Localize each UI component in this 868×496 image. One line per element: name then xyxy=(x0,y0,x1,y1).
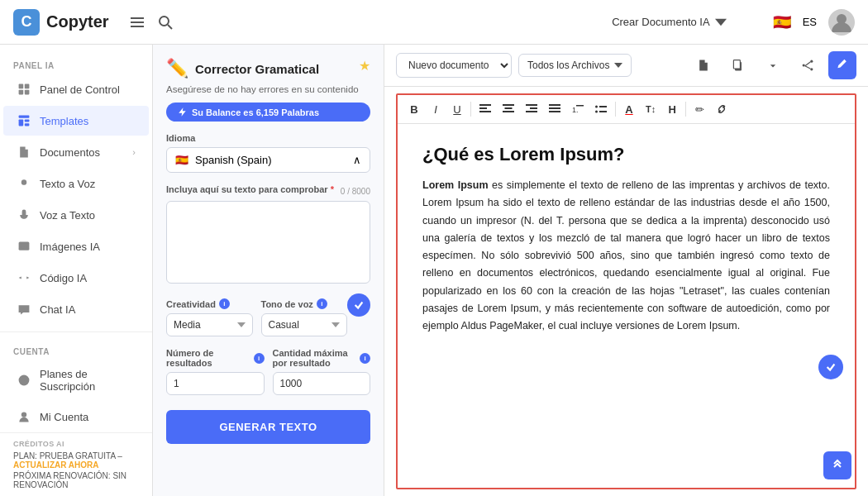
svg-rect-0 xyxy=(131,17,144,19)
credits-plan-text: PLAN: PRUEBA GRATUITA – ACTUALIZAR AHORA xyxy=(13,451,139,470)
svg-rect-35 xyxy=(503,104,514,106)
document-title-select[interactable]: Nuevo documento xyxy=(396,53,512,78)
svg-point-48 xyxy=(595,111,598,113)
link-icon xyxy=(716,103,727,115)
link-button[interactable] xyxy=(711,99,732,119)
svg-rect-10 xyxy=(19,84,24,89)
upgrade-link[interactable]: ACTUALIZAR AHORA xyxy=(13,460,99,470)
scroll-top-container xyxy=(823,451,851,479)
balance-text: Su Balance es 6,159 Palabras xyxy=(192,107,319,117)
logo-box: C xyxy=(13,9,40,36)
svg-rect-49 xyxy=(599,111,607,112)
idioma-label: Idioma xyxy=(166,133,370,143)
cantidad-label: Cantidad máxima por resultado i xyxy=(273,348,371,368)
texto-label: Incluya aquí su texto para comprobar * xyxy=(166,184,334,194)
sidebar-item-templates[interactable]: Templates xyxy=(3,106,149,136)
doc-icon-btn-4[interactable] xyxy=(794,51,822,79)
sidebar-label-voz-texto: Voz a Texto xyxy=(40,209,136,222)
align-center-button[interactable] xyxy=(498,99,519,119)
ordered-list-button[interactable]: 1. xyxy=(567,99,589,119)
svg-rect-33 xyxy=(479,107,487,109)
edit-icon-btn[interactable] xyxy=(828,51,856,79)
svg-line-30 xyxy=(805,62,810,66)
chevrons-up-icon xyxy=(831,459,844,472)
sidebar-item-chat[interactable]: Chat IA xyxy=(3,294,149,324)
hamburger-button[interactable] xyxy=(129,14,145,31)
creatividad-select[interactable]: Media Baja Alta xyxy=(166,313,253,336)
main-layout: PANEL IA Panel de Control Templates Docu… xyxy=(0,45,868,496)
editor-panel: Nuevo documento Todos los Archivos xyxy=(384,45,868,496)
italic-button[interactable]: I xyxy=(426,99,446,119)
audio-icon xyxy=(17,176,31,191)
align-justify-button[interactable] xyxy=(544,99,565,119)
textarea-header: Incluya aquí su texto para comprobar * 0… xyxy=(166,184,370,198)
editor-heading: ¿Qué es Lorem Ipsum? xyxy=(422,144,830,165)
sidebar-item-micuenta[interactable]: Mi Cuenta xyxy=(3,402,149,432)
svg-rect-20 xyxy=(19,241,30,250)
unordered-list-button[interactable] xyxy=(590,99,612,119)
chevron-down-icon xyxy=(715,17,727,28)
format-divider-2 xyxy=(615,102,616,117)
bold-button[interactable]: B xyxy=(404,99,424,119)
svg-rect-43 xyxy=(549,111,560,112)
scroll-top-button[interactable] xyxy=(823,451,851,479)
editor-body-text: Lorem Ipsum es simplemente el texto de r… xyxy=(422,177,830,335)
crear-documento-button[interactable]: Crear Documento IA xyxy=(612,16,727,28)
topnav-right: Crear Documento IA 🇪🇸 ES xyxy=(612,9,855,36)
align-right-button[interactable] xyxy=(521,99,542,119)
pencil-format-button[interactable]: ✏ xyxy=(689,99,709,119)
editor-content-area[interactable]: ¿Qué es Lorem Ipsum? Lorem Ipsum es simp… xyxy=(398,124,855,488)
sidebar-label-planes: Planes de Suscripción xyxy=(40,368,136,393)
svg-rect-38 xyxy=(526,104,537,106)
check-icon xyxy=(825,361,837,373)
lang-code: ES xyxy=(803,16,817,28)
align-left-button[interactable] xyxy=(475,99,496,119)
font-color-button[interactable]: A xyxy=(619,99,639,119)
doc-icon-btn-3[interactable] xyxy=(759,51,787,79)
num-resultados-label-text: Número de resultados xyxy=(166,348,250,368)
svg-rect-11 xyxy=(25,84,30,89)
format-divider-3 xyxy=(685,102,686,117)
tono-select[interactable]: Casual Formal Divertido xyxy=(261,313,348,336)
svg-rect-16 xyxy=(25,119,30,122)
topnav: C Copyter Crear Documento IA 🇪🇸 ES xyxy=(0,0,868,45)
text-size-button[interactable]: T↕ xyxy=(641,99,661,119)
sidebar-label-templates: Templates xyxy=(40,115,136,127)
sidebar-item-panel-control[interactable]: Panel de Control xyxy=(3,74,149,104)
heading-button[interactable]: H xyxy=(662,99,682,119)
generar-button[interactable]: GENERAR TEXTO xyxy=(166,410,370,444)
logo-letter: C xyxy=(21,13,32,31)
sidebar-item-codigo[interactable]: Código IA xyxy=(3,263,149,293)
sidebar-item-voz-texto[interactable]: Voz a Texto xyxy=(3,200,149,230)
align-justify-icon xyxy=(549,104,560,114)
sidebar-label-documentos: Documentos xyxy=(40,146,124,159)
avatar[interactable] xyxy=(828,9,855,36)
texto-textarea[interactable] xyxy=(166,201,370,284)
doc-icon-btn-1[interactable] xyxy=(689,51,718,79)
svg-rect-12 xyxy=(19,90,24,95)
editor-top-toolbar: Nuevo documento Todos los Archivos xyxy=(384,45,868,87)
tono-group: Tono de voz i Casual Formal Divertido xyxy=(261,298,348,336)
svg-rect-1 xyxy=(131,21,144,23)
favorite-button[interactable]: ★ xyxy=(359,58,370,74)
search-button[interactable] xyxy=(157,14,174,31)
idioma-select[interactable]: 🇪🇸 Spanish (Spain) ∧ xyxy=(166,147,370,173)
image-icon xyxy=(17,239,31,254)
num-resultados-info-badge: i xyxy=(254,353,265,364)
archive-select[interactable]: Todos los Archivos xyxy=(518,54,632,77)
svg-rect-40 xyxy=(526,111,537,112)
chevron-right-icon: › xyxy=(132,147,136,157)
doc-icon-btn-2[interactable] xyxy=(724,51,752,79)
panel-title-row: ✏️ Corrector Gramatical xyxy=(166,58,319,79)
sidebar-item-imagenes[interactable]: Imágenes IA xyxy=(3,231,149,261)
sidebar-item-documentos[interactable]: Documentos › xyxy=(3,137,149,167)
num-resultados-input[interactable] xyxy=(166,372,265,395)
sidebar-item-planes[interactable]: Planes de Suscripción xyxy=(3,360,149,400)
editor-check-button[interactable] xyxy=(818,355,843,379)
underline-button[interactable]: U xyxy=(447,99,467,119)
check-icon xyxy=(353,299,365,311)
cantidad-input[interactable] xyxy=(273,372,371,395)
balance-badge: Su Balance es 6,159 Palabras xyxy=(166,103,370,122)
check-button[interactable] xyxy=(347,293,370,317)
sidebar-item-texto-voz[interactable]: Texto a Voz xyxy=(3,169,149,198)
